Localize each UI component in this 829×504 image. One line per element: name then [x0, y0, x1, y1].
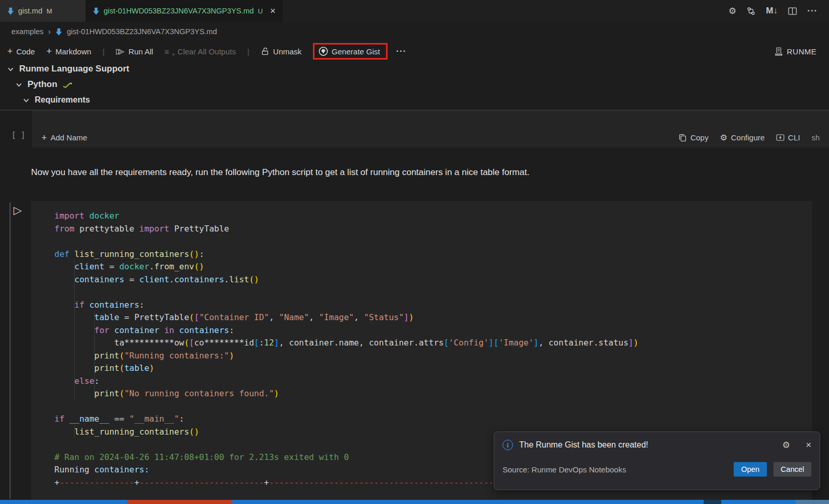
add-markdown-label: Markdown — [55, 47, 91, 56]
cli-button[interactable]: CLI — [776, 133, 800, 142]
configure-button[interactable]: ⚙ Configure — [720, 133, 764, 142]
add-markdown-cell-button[interactable]: + Markdown — [46, 47, 91, 56]
status-strip-segment — [127, 500, 232, 504]
settings-gear-icon[interactable]: ⚙ — [728, 6, 736, 17]
status-strip-segment — [721, 500, 796, 504]
code-line: if containers: — [54, 299, 798, 312]
code-line — [54, 235, 798, 248]
plus-icon: + — [7, 47, 13, 56]
cell-actions: Copy ⚙ Configure CLI sh — [679, 133, 820, 142]
notification-settings-gear-icon[interactable]: ⚙ — [782, 440, 790, 451]
code-line — [54, 400, 798, 413]
tab-gist-md[interactable]: gist.md M — [0, 0, 85, 22]
run-cell-button[interactable]: ▷ — [13, 204, 22, 217]
chevron-down-icon[interactable] — [7, 66, 14, 73]
breadcrumb-file[interactable]: gist-01HWD053BZ23JN6VA7X3NGP3YS.md — [67, 27, 217, 36]
code-line — [54, 286, 798, 299]
plus-icon: + — [46, 47, 52, 56]
generate-gist-label: Generate Gist — [332, 47, 380, 56]
copy-button[interactable]: Copy — [679, 133, 708, 142]
snake-icon — [63, 81, 72, 88]
runme-brand: RUNME — [775, 47, 817, 56]
add-code-label: Code — [17, 47, 35, 56]
runme-logo-icon — [775, 47, 783, 56]
status-strip-segment — [0, 500, 127, 504]
toolbar-more-icon[interactable]: ··· — [396, 46, 406, 56]
toast-message: The Runme Gist has been created! — [519, 440, 648, 450]
cell-footer-row: + Add Name Copy ⚙ Configure — [41, 133, 820, 142]
notification-close-icon[interactable]: × — [806, 439, 811, 451]
code-line: def list_running_containers(): — [54, 248, 798, 261]
unmask-label: Unmask — [273, 47, 302, 56]
markdown-cell-text: Now you have all the requirements ready,… — [31, 166, 756, 179]
unmask-button[interactable]: Unmask — [261, 47, 302, 56]
notebook-toolbar: + Code + Markdown | ▷▷ Run All ≡× Clear … — [0, 41, 829, 61]
file-down-arrow-icon — [93, 7, 99, 15]
cli-label: CLI — [788, 133, 800, 142]
code-line: import docker — [54, 210, 798, 223]
editor-actions: ⚙ M↓ ··· — [728, 0, 829, 22]
code-line: print("Running containers:") — [54, 350, 798, 363]
runme-label: RUNME — [787, 47, 817, 56]
toast-footer: Source: Runme DevOps Notebooks Open Canc… — [503, 462, 811, 477]
gear-icon: ⚙ — [720, 133, 727, 142]
toolbar-separator: | — [103, 47, 105, 56]
code-line: ta**********ow([co********id[:12], conta… — [54, 337, 798, 350]
tab-label: gist-01HWD053BZ23JN6VA7X3NGP3YS.md — [104, 7, 254, 15]
tab-label: gist.md — [18, 7, 42, 15]
editor-tab-bar: gist.md M gist-01HWD053BZ23JN6VA7X3NGP3Y… — [0, 0, 829, 22]
unlock-icon — [261, 47, 269, 55]
open-button[interactable]: Open — [734, 462, 766, 477]
cell-language-label: sh — [811, 133, 820, 142]
heading-requirements[interactable]: Requirements — [23, 92, 90, 108]
execution-indicator: [ ] — [11, 131, 25, 140]
clear-outputs-icon: ≡× — [165, 47, 174, 56]
toast-header: i The Runme Gist has been created! ⚙ × — [503, 439, 811, 451]
code-line: containers = client.containers.list() — [54, 273, 798, 286]
terminal-lightning-icon — [776, 134, 784, 141]
copy-label: Copy — [690, 133, 708, 142]
file-down-arrow-icon — [7, 7, 14, 15]
close-tab-icon[interactable]: × — [270, 6, 276, 17]
add-name-label: Add Name — [51, 133, 88, 142]
code-line: for container in containers: — [54, 324, 798, 337]
vscode-window: gist.md M gist-01HWD053BZ23JN6VA7X3NGP3Y… — [0, 0, 829, 504]
breadcrumb-folder[interactable]: examples — [11, 27, 44, 36]
split-editor-icon[interactable] — [788, 7, 797, 15]
cancel-button[interactable]: Cancel — [774, 462, 811, 477]
heading-label: Python — [27, 79, 58, 90]
add-code-cell-button[interactable]: + Code — [7, 47, 35, 56]
chevron-down-icon[interactable] — [23, 97, 30, 104]
status-strip-segment — [796, 500, 829, 504]
more-actions-icon[interactable]: ··· — [807, 6, 818, 16]
clear-all-outputs-button[interactable]: ≡× Clear All Outputs — [165, 47, 236, 56]
tab-gist-generated-md[interactable]: gist-01HWD053BZ23JN6VA7X3NGP3YS.md U × — [85, 0, 283, 22]
requirements-cell-footer: + Add Name Copy ⚙ Configure — [32, 110, 829, 148]
clear-all-outputs-label: Clear All Outputs — [178, 47, 236, 56]
markdown-preview-icon[interactable]: M↓ — [766, 6, 778, 16]
breadcrumb: examples › gist-01HWD053BZ23JN6VA7X3NGP3… — [0, 22, 829, 41]
notification-toast: i The Runme Gist has been created! ⚙ × S… — [494, 431, 820, 490]
run-all-icon: ▷▷ — [116, 47, 121, 56]
git-compare-icon[interactable] — [747, 7, 755, 16]
chevron-down-icon[interactable] — [16, 81, 22, 88]
run-all-button[interactable]: ▷▷ Run All — [116, 47, 153, 56]
code-line: else: — [54, 375, 798, 388]
generate-gist-button[interactable]: Generate Gist — [319, 47, 380, 56]
heading-label: Runme Language Support — [19, 64, 130, 74]
code-line: print(table) — [54, 362, 798, 375]
breadcrumb-separator: › — [48, 27, 51, 36]
toolbar-separator: | — [247, 47, 249, 56]
heading-python[interactable]: Python — [16, 77, 72, 92]
code-line: from prettytable import PrettyTable — [54, 223, 798, 236]
file-down-arrow-icon — [55, 28, 62, 36]
status-strip — [0, 500, 829, 504]
cell-focus-bar — [9, 202, 11, 499]
info-icon: i — [503, 440, 513, 450]
copy-icon — [679, 134, 687, 142]
plus-icon: + — [41, 133, 47, 142]
code-line: table = PrettyTable(["Container ID", "Na… — [54, 311, 798, 324]
configure-label: Configure — [731, 133, 765, 142]
add-name-button[interactable]: + Add Name — [41, 133, 87, 142]
heading-runme-language-support[interactable]: Runme Language Support — [7, 61, 130, 77]
